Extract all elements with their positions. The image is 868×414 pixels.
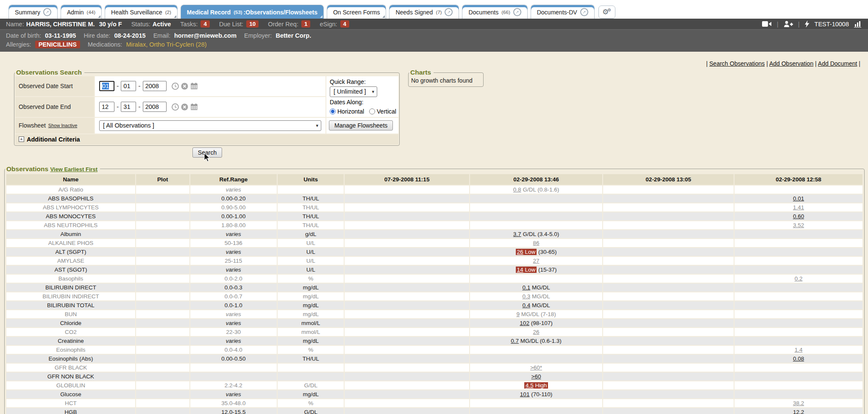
external-link-circle-icon[interactable]: ↗ (513, 8, 521, 16)
view-earliest-first-link[interactable]: View Earliest First (50, 166, 97, 172)
observation-value-link[interactable]: 1.4 (795, 347, 803, 353)
clear-icon[interactable] (181, 83, 188, 90)
date-end-day-input[interactable]: 31 (121, 102, 136, 112)
observation-value-link[interactable]: 3.7 (513, 231, 521, 237)
observation-value-cell (603, 203, 734, 211)
quick-action-bolt-icon[interactable] (805, 20, 810, 28)
tab-needs-signed[interactable]: Needs Signed(7)↗ (389, 5, 459, 19)
observation-value-link[interactable]: >60* (530, 364, 542, 371)
station-id: TEST-10008 (815, 21, 849, 28)
observation-value-cell (470, 355, 602, 363)
observation-value-link[interactable]: 38.2 (793, 400, 804, 406)
tasks-count-badge[interactable]: 4 (200, 20, 210, 28)
observation-value-link[interactable]: 0.60 (793, 213, 804, 220)
tab-admin[interactable]: Admin(44) (61, 5, 102, 19)
tab-health-surveillance[interactable]: Health Surveillance(2) (105, 5, 178, 19)
observation-value-cell (345, 266, 469, 274)
search-observations-link[interactable]: Search Observations (709, 60, 765, 67)
show-inactive-link[interactable]: Show Inactive (48, 123, 77, 128)
observation-value-link[interactable]: 0.7 (511, 338, 519, 344)
clear-icon[interactable] (181, 103, 188, 111)
flowsheet-select[interactable]: [ All Observations ]▾ (99, 120, 321, 131)
manage-flowsheets-button[interactable]: Manage Flowsheets (329, 120, 393, 131)
observation-value-cell: 12.2 (734, 408, 862, 414)
date-end-year-input[interactable]: 2008 (143, 102, 167, 112)
observation-name: HGB (6, 408, 135, 414)
expand-plus-icon[interactable]: + (19, 136, 24, 142)
observation-value-link[interactable]: 101 (520, 391, 530, 397)
observation-value-link[interactable]: 86 (533, 240, 540, 246)
observation-value-link[interactable]: 0.4 (522, 302, 530, 308)
tab-label: Documents (468, 9, 498, 16)
observation-value-link[interactable]: 102 (520, 320, 529, 326)
chart-icon[interactable] (854, 21, 862, 28)
observation-units (278, 364, 344, 372)
observation-ref-range: 0.0-0.7 (190, 292, 277, 300)
date-end-month-input[interactable]: 12 (99, 102, 114, 112)
observation-value-link[interactable]: >60 (531, 373, 541, 380)
tab-summary[interactable]: Summary↗ (8, 5, 58, 19)
due-list-label: Due List: (219, 21, 243, 28)
date-end-label: Observed Date End (15, 97, 94, 117)
tab-label: Needs Signed (395, 9, 433, 16)
allergy-badge[interactable]: PENICILLINS (35, 41, 80, 48)
observation-value-cell (345, 310, 469, 318)
quick-range-select[interactable]: [ Unlimited ]▾ (330, 86, 377, 97)
dates-along-vertical-radio[interactable]: Vertical (369, 107, 396, 116)
clock-icon[interactable] (172, 103, 179, 111)
observation-name: ABS MONOCYTES (6, 212, 135, 220)
observation-units: mg/dL (278, 301, 344, 309)
medication-link[interactable]: Ortho Tri-Cyclen (28) (149, 41, 206, 48)
external-link-circle-icon[interactable]: ↗ (580, 8, 588, 16)
settings-gears-icon[interactable]: ⚙⚙ (598, 6, 615, 19)
external-link-circle-icon[interactable]: ↗ (43, 8, 51, 16)
calendar-icon[interactable] (190, 83, 198, 90)
dates-along-horizontal-radio[interactable]: Horizontal (330, 107, 364, 116)
observation-value-link[interactable]: 14 (517, 267, 523, 273)
observation-value-cell (603, 319, 734, 327)
observation-value-link[interactable]: 0.01 (793, 195, 804, 202)
clock-icon[interactable] (172, 83, 179, 90)
tab-medical-record[interactable]: Medical Record(53):Observations/Flowshee… (181, 5, 324, 19)
patient-name: HARRIS, CHRISTINE M. (26, 21, 95, 28)
add-user-icon[interactable] (784, 21, 793, 28)
calendar-icon[interactable] (190, 103, 198, 111)
tab-documents[interactable]: Documents(66)↗ (462, 5, 527, 19)
order-req-count-badge[interactable]: 1 (301, 20, 311, 28)
observation-value-link[interactable]: 26 (533, 329, 540, 335)
ref-range-varies: varies (226, 267, 241, 273)
observation-value-link[interactable]: 27 (533, 258, 540, 264)
observation-value-link[interactable]: 0.08 (793, 356, 804, 362)
column-header-plot: Plot (136, 174, 189, 185)
due-list-count-badge[interactable]: 10 (246, 20, 259, 28)
observation-value-link[interactable]: 9 (516, 311, 520, 317)
observation-value-cell: 101 (70-110) (470, 390, 602, 398)
flowsheet-select-cell: [ All Observations ]▾ (95, 118, 326, 133)
esign-count-badge[interactable]: 4 (340, 20, 350, 28)
observation-value-cell: 0.3 MG/DL (470, 292, 602, 300)
tab-on-screen-forms[interactable]: On Screen Forms (327, 5, 386, 19)
observation-value-link[interactable]: 1.41 (793, 204, 804, 211)
quick-range-panel: Quick Range: [ Unlimited ]▾ Dates Along:… (326, 76, 398, 117)
observation-units: mmol/L (278, 319, 344, 327)
observation-value-link[interactable]: 3.52 (793, 222, 804, 228)
observation-value-cell (603, 346, 734, 354)
observation-value-cell (345, 355, 469, 363)
observation-value-link[interactable]: 0.8 (513, 186, 521, 193)
observation-value-link[interactable]: 0.1 (522, 284, 530, 291)
add-observation-link[interactable]: Add Observation (769, 60, 813, 67)
add-document-link[interactable]: Add Document (818, 60, 857, 67)
medication-link[interactable]: Miralax (126, 41, 146, 48)
date-start-month-input[interactable]: 01 (99, 81, 114, 91)
date-start-day-input[interactable]: 01 (121, 81, 136, 91)
observation-value-link[interactable]: 26 (517, 249, 523, 255)
observation-value-link[interactable]: 0.2 (795, 275, 803, 282)
observation-value-link[interactable]: 4.5 (526, 382, 534, 389)
video-call-icon[interactable] (762, 21, 772, 27)
observation-value-link[interactable]: 12.2 (793, 409, 804, 414)
date-start-year-input[interactable]: 2008 (143, 81, 167, 91)
tasks-label: Tasks: (180, 21, 198, 28)
tab-documents-dv[interactable]: Documents-DV↗ (531, 5, 595, 19)
observation-value-link[interactable]: 0.3 (522, 293, 530, 300)
external-link-circle-icon[interactable]: ↗ (445, 8, 453, 16)
